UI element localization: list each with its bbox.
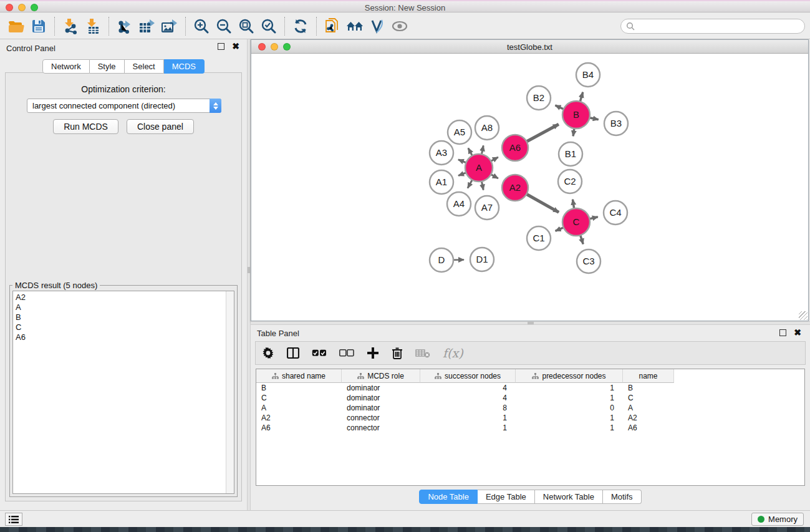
graph-edge-A-A4[interactable] [468, 180, 472, 188]
import-table-button[interactable] [82, 16, 104, 37]
table-cell[interactable]: C [623, 393, 674, 403]
table-cell[interactable]: A6 [623, 423, 674, 433]
table-row[interactable]: A6connector11A6 [256, 423, 804, 433]
tab-node-table[interactable]: Node Table [419, 490, 478, 504]
show-graphics-details-button[interactable] [388, 16, 411, 37]
deselect-all-rows-icon[interactable] [339, 349, 354, 357]
import-network-button[interactable] [59, 16, 82, 37]
table-cell[interactable]: A2 [256, 413, 342, 423]
table-row[interactable]: Bdominator41B [256, 383, 804, 393]
table-settings-gear-icon[interactable] [262, 347, 274, 359]
graph-edge-A-A6[interactable] [491, 157, 498, 161]
export-network-button[interactable] [113, 16, 136, 37]
table-cell[interactable]: dominator [342, 403, 420, 413]
graph-edge-A-A2[interactable] [491, 175, 498, 178]
graph-edge-A2-C[interactable] [526, 194, 559, 212]
table-cell[interactable]: connector [342, 413, 420, 423]
column-header-MCDS-role[interactable]: MCDS role [342, 369, 420, 383]
graph-edge-B-B1[interactable] [573, 128, 574, 137]
table-cell[interactable]: 1 [516, 423, 623, 433]
task-history-button[interactable] [5, 513, 22, 526]
delete-column-icon[interactable] [392, 347, 403, 359]
run-mcds-button[interactable]: Run MCDS [53, 119, 118, 134]
export-image-button[interactable] [158, 16, 181, 37]
column-header-name[interactable]: name [623, 369, 674, 383]
table-cell[interactable]: A2 [623, 413, 674, 423]
memory-button[interactable]: Memory [751, 513, 804, 526]
select-all-rows-icon[interactable] [312, 349, 327, 357]
table-row[interactable]: Cdominator41C [256, 393, 804, 403]
zoom-fit-button[interactable] [235, 16, 258, 37]
graph-edge-C-C2[interactable] [572, 200, 574, 209]
table-cell[interactable]: B [623, 383, 674, 393]
table-cell[interactable]: 1 [516, 383, 623, 393]
graph-edge-B-B3[interactable] [589, 118, 598, 120]
tab-network-table[interactable]: Network Table [535, 490, 603, 504]
float-panel-icon[interactable] [218, 43, 224, 50]
table-cell[interactable]: connector [342, 423, 420, 433]
open-file-button[interactable] [5, 16, 27, 37]
table-cell[interactable]: A6 [256, 423, 342, 433]
table-row[interactable]: A2connector11A2 [256, 413, 804, 423]
graph-edge-A6-B[interactable] [526, 124, 558, 142]
search-input[interactable] [638, 22, 799, 31]
graph-edge-B-B2[interactable] [555, 105, 563, 109]
tab-edge-table[interactable]: Edge Table [478, 490, 535, 504]
close-table-panel-icon[interactable]: ✖ [794, 329, 801, 336]
node-table-header-row: shared nameMCDS rolesuccessor nodesprede… [256, 369, 804, 383]
graph-edge-A-A1[interactable] [458, 173, 466, 176]
mcds-result-list[interactable]: A2ABCA6 [12, 291, 234, 494]
column-header-successor-nodes[interactable]: successor nodes [420, 369, 516, 383]
column-header-shared-name[interactable]: shared name [256, 369, 342, 383]
criterion-dropdown[interactable]: largest connected component (directed) [27, 99, 221, 113]
table-row[interactable]: Adominator80A [256, 403, 804, 413]
graph-edge-C-C4[interactable] [589, 217, 597, 219]
shared-column-icon [357, 373, 364, 379]
tab-motifs[interactable]: Motifs [603, 490, 642, 504]
table-cell[interactable]: dominator [342, 383, 420, 393]
zoom-out-button[interactable] [213, 16, 235, 37]
graph-edge-A-A5[interactable] [468, 148, 473, 155]
float-table-panel-icon[interactable] [779, 329, 786, 336]
tab-mcds[interactable]: MCDS [164, 59, 205, 74]
result-scrollbar[interactable] [226, 291, 234, 493]
close-panel-icon[interactable]: ✖ [232, 43, 239, 50]
table-cell[interactable]: dominator [342, 393, 420, 403]
table-cell[interactable]: B [256, 383, 342, 393]
level-of-detail-button[interactable] [366, 16, 388, 37]
table-cell[interactable]: 4 [420, 383, 516, 393]
new-network-from-selection-button[interactable] [321, 16, 344, 37]
window-resize-grip[interactable] [799, 311, 808, 320]
zoom-selected-button[interactable] [258, 16, 280, 37]
graph-edge-C-C1[interactable] [556, 228, 564, 231]
graph-edge-A-A8[interactable] [481, 145, 483, 154]
table-cell[interactable]: 1 [420, 413, 516, 423]
table-cell[interactable]: C [256, 393, 342, 403]
tab-style[interactable]: Style [90, 59, 125, 74]
graph-edge-A-A3[interactable] [458, 160, 466, 163]
table-cell[interactable]: 0 [516, 403, 623, 413]
close-panel-button[interactable]: Close panel [127, 119, 194, 134]
zoom-in-button[interactable] [190, 16, 213, 37]
table-cell[interactable]: 1 [516, 413, 623, 423]
table-cell[interactable]: 1 [516, 393, 623, 403]
show-columns-icon[interactable] [287, 347, 299, 359]
tab-select[interactable]: Select [125, 59, 164, 74]
network-window-titlebar[interactable]: testGlobe.txt [251, 40, 808, 54]
table-cell[interactable]: 8 [420, 403, 516, 413]
save-session-button[interactable] [27, 16, 50, 37]
add-column-icon[interactable] [367, 347, 379, 359]
graph-edge-B-B4[interactable] [580, 92, 582, 102]
table-cell[interactable]: A [623, 403, 674, 413]
graph-edge-A-A7[interactable] [481, 181, 483, 190]
network-canvas[interactable]: AA6A2BCA1A3A4A5A7A8B1B2B3B4C1C2C3C4DD1 [251, 54, 808, 321]
refresh-button[interactable] [289, 16, 312, 37]
table-cell[interactable]: 1 [420, 423, 516, 433]
column-header-predecessor-nodes[interactable]: predecessor nodes [516, 369, 623, 383]
first-neighbors-button[interactable] [344, 16, 366, 37]
export-table-button[interactable] [136, 16, 158, 37]
tab-network[interactable]: Network [42, 59, 90, 74]
table-cell[interactable]: 4 [420, 393, 516, 403]
graph-edge-C-C3[interactable] [581, 235, 584, 244]
table-cell[interactable]: A [256, 403, 342, 413]
